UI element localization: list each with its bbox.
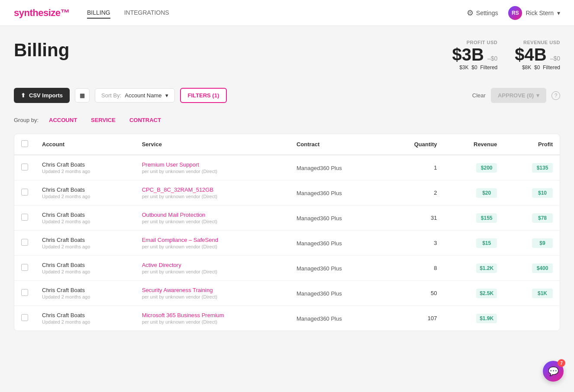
- table-row: Chris Craft Boats Updated 2 months ago O…: [14, 206, 560, 231]
- account-cell: Chris Craft Boats Updated 2 months ago: [35, 281, 135, 306]
- row-checkbox[interactable]: [21, 239, 28, 246]
- account-header: Account: [35, 134, 135, 155]
- settings-button[interactable]: ⚙ Settings: [467, 8, 498, 18]
- service-cell: Premium User Support per unit by unknown…: [135, 155, 290, 180]
- chevron-down-icon: ▾: [165, 92, 168, 99]
- chevron-down-icon: ▾: [536, 92, 539, 99]
- service-detail: per unit by unknown vendor (Direct): [142, 219, 283, 224]
- settings-label: Settings: [476, 10, 498, 16]
- profit-cell: $78: [504, 206, 560, 231]
- revenue-cell: $15: [444, 231, 504, 256]
- header-right: ⚙ Settings RS Rick Stern ▾: [467, 6, 560, 20]
- sort-label: Sort By:: [101, 92, 121, 99]
- quantity-header: Quantity: [385, 134, 444, 155]
- profit-cell: $135: [504, 155, 560, 180]
- table-row: Chris Craft Boats Updated 2 months ago C…: [14, 180, 560, 206]
- approve-label: APPROVE (0): [498, 92, 534, 99]
- row-checkbox[interactable]: [21, 164, 28, 170]
- filters-button[interactable]: FILTERS (1): [180, 88, 227, 103]
- grid-view-button[interactable]: ▦: [75, 88, 90, 103]
- service-header: Service: [135, 134, 290, 155]
- contract-name: Managed360 Plus: [297, 165, 342, 171]
- row-checkbox[interactable]: [21, 314, 28, 321]
- row-checkbox-cell[interactable]: [14, 256, 35, 281]
- service-name[interactable]: Security Awareness Training: [142, 287, 283, 293]
- nav-integrations[interactable]: INTEGRATIONS: [124, 7, 169, 19]
- profit-badge: $10: [532, 188, 553, 198]
- row-checkbox[interactable]: [21, 214, 28, 221]
- service-name[interactable]: Outbound Mail Protection: [142, 212, 283, 218]
- service-detail: per unit by unknown vendor (Direct): [142, 244, 283, 249]
- approve-button[interactable]: APPROVE (0) ▾: [491, 88, 546, 103]
- profit-main: $3B –$0: [452, 45, 498, 64]
- help-icon[interactable]: ?: [551, 91, 560, 100]
- row-checkbox-cell[interactable]: [14, 206, 35, 231]
- service-cell: Security Awareness Training per unit by …: [135, 281, 290, 306]
- account-updated: Updated 2 months ago: [42, 169, 128, 174]
- account-updated: Updated 2 months ago: [42, 319, 128, 325]
- nav-billing[interactable]: BILLING: [87, 7, 110, 19]
- service-name[interactable]: Active Directory: [142, 262, 283, 268]
- group-by-service[interactable]: SERVICE: [87, 115, 119, 125]
- profit-stat: PROFIT USD $3B –$0 $3K $0 Filtered: [452, 40, 498, 71]
- header: synthesize™ BILLING INTEGRATIONS ⚙ Setti…: [0, 0, 574, 26]
- revenue-cell: $2.5K: [444, 281, 504, 306]
- row-checkbox[interactable]: [21, 189, 28, 196]
- row-checkbox[interactable]: [21, 289, 28, 296]
- row-checkbox[interactable]: [21, 264, 28, 271]
- row-checkbox-cell[interactable]: [14, 180, 35, 206]
- row-checkbox-cell[interactable]: [14, 231, 35, 256]
- table-row: Chris Craft Boats Updated 2 months ago M…: [14, 306, 560, 331]
- sort-control[interactable]: Sort By: Account Name ▾: [95, 88, 175, 103]
- account-name: Chris Craft Boats: [42, 237, 128, 243]
- service-name[interactable]: Microsoft 365 Business Premium: [142, 312, 283, 318]
- account-updated: Updated 2 months ago: [42, 219, 128, 224]
- avatar: RS: [508, 6, 522, 20]
- service-name[interactable]: Email Compliance – SafeSend: [142, 237, 283, 243]
- clear-button[interactable]: Clear: [472, 92, 486, 99]
- service-detail: per unit by unknown vendor (Direct): [142, 294, 283, 299]
- account-name: Chris Craft Boats: [42, 312, 128, 318]
- select-all-checkbox[interactable]: [21, 140, 28, 147]
- profit-badge: $135: [532, 163, 553, 173]
- table-row: Chris Craft Boats Updated 2 months ago P…: [14, 155, 560, 180]
- profit-badge: $1K: [532, 289, 553, 298]
- profit-header: Profit: [504, 134, 560, 155]
- csv-imports-label: CSV Imports: [29, 92, 63, 99]
- service-cell: CPC_B_8C_32RAM_512GB per unit by unknown…: [135, 180, 290, 206]
- main-nav: BILLING INTEGRATIONS: [87, 7, 467, 19]
- page-title: Billing: [14, 40, 69, 61]
- grid-icon: ▦: [80, 92, 85, 99]
- profit-label: PROFIT USD: [452, 40, 498, 45]
- account-cell: Chris Craft Boats Updated 2 months ago: [35, 180, 135, 206]
- contract-cell: Managed360 Plus: [290, 206, 385, 231]
- table-row: Chris Craft Boats Updated 2 months ago E…: [14, 231, 560, 256]
- contract-name: Managed360 Plus: [297, 290, 342, 297]
- contract-name: Managed360 Plus: [297, 240, 342, 247]
- row-checkbox-cell[interactable]: [14, 155, 35, 180]
- group-by-account[interactable]: ACCOUNT: [45, 115, 81, 125]
- group-by-contract[interactable]: CONTRACT: [126, 115, 164, 125]
- user-name: Rick Stern: [526, 10, 554, 16]
- account-name: Chris Craft Boats: [42, 287, 128, 293]
- contract-cell: Managed360 Plus: [290, 231, 385, 256]
- group-by-row: Group by: ACCOUNT SERVICE CONTRACT: [14, 110, 560, 134]
- revenue-badge: $1.2K: [476, 263, 497, 273]
- select-all-header[interactable]: [14, 134, 35, 155]
- quantity-cell: 2: [385, 180, 444, 206]
- service-name[interactable]: Premium User Support: [142, 161, 283, 168]
- row-checkbox-cell[interactable]: [14, 306, 35, 331]
- account-updated: Updated 2 months ago: [42, 244, 128, 249]
- user-menu[interactable]: RS Rick Stern ▾: [508, 6, 560, 20]
- csv-imports-button[interactable]: ⬆ CSV Imports: [14, 88, 70, 103]
- profit-value: $3B: [452, 45, 484, 64]
- profit-badge: $400: [532, 263, 553, 273]
- row-checkbox-cell[interactable]: [14, 281, 35, 306]
- account-cell: Chris Craft Boats Updated 2 months ago: [35, 306, 135, 331]
- logo[interactable]: synthesize™: [14, 7, 70, 19]
- stats-area: PROFIT USD $3B –$0 $3K $0 Filtered REVEN…: [452, 40, 561, 71]
- revenue-badge: $15: [476, 238, 497, 248]
- revenue-cell: $155: [444, 206, 504, 231]
- contract-name: Managed360 Plus: [297, 190, 342, 196]
- service-name[interactable]: CPC_B_8C_32RAM_512GB: [142, 186, 283, 193]
